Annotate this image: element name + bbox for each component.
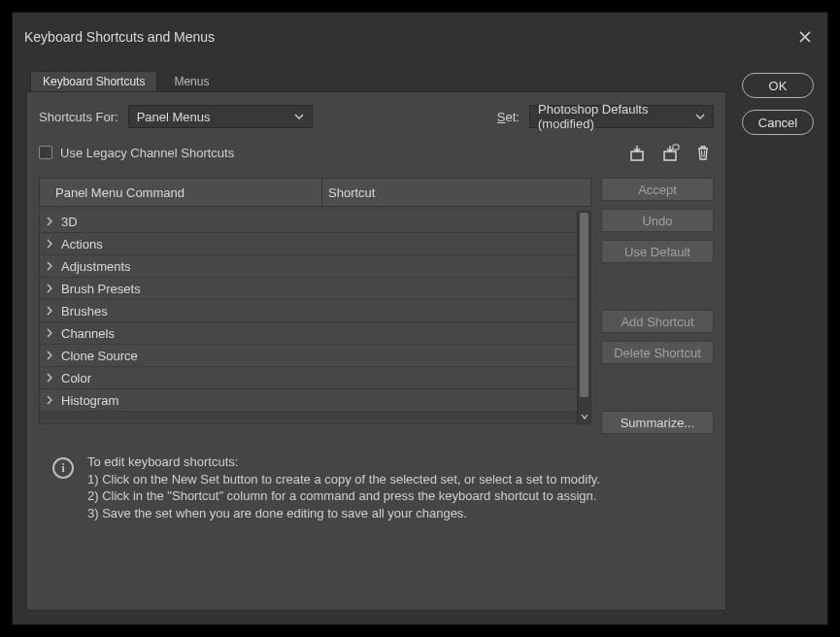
undo-button[interactable]: Undo <box>601 209 714 232</box>
expand-icon[interactable] <box>46 372 53 384</box>
chevron-down-icon <box>294 112 304 121</box>
table-header: Panel Menu Command Shortcut <box>39 178 591 207</box>
row-label: 3D <box>59 215 78 229</box>
table-rows: 3DActionsAdjustmentsBrush PresetsBrushes… <box>40 211 577 423</box>
table-row[interactable]: Channels <box>40 322 577 345</box>
main-panel: Shortcuts For: Panel Menus Set: Photosho… <box>26 91 726 611</box>
table-row[interactable]: Clone Source <box>40 345 577 367</box>
row-label: Clone Source <box>59 349 138 363</box>
dialog-window: Keyboard Shortcuts and Menus Keyboard Sh… <box>12 12 828 625</box>
expand-icon[interactable] <box>46 216 53 227</box>
help-text: i To edit keyboard shortcuts: 1) Click o… <box>39 448 714 527</box>
shortcuts-for-label: Shortcuts For: <box>39 110 118 124</box>
panel-content: Shortcuts For: Panel Menus Set: Photosho… <box>27 92 725 610</box>
table-body: 3DActionsAdjustmentsBrush PresetsBrushes… <box>39 211 591 424</box>
action-column: Accept Undo Use Default Add Shortcut Del… <box>601 178 714 434</box>
chevron-down-icon <box>695 112 705 121</box>
summarize-button[interactable]: Summarize... <box>601 411 714 434</box>
save-set-icon[interactable] <box>626 143 648 162</box>
set-dropdown[interactable]: Photoshop Defaults (modified) <box>529 105 714 128</box>
shortcuts-for-value: Panel Menus <box>137 110 211 124</box>
expand-icon[interactable] <box>46 394 53 406</box>
header-shortcut: Shortcut <box>321 179 590 206</box>
table-row[interactable]: Adjustments <box>40 255 577 278</box>
dialog-title: Keyboard Shortcuts and Menus <box>24 29 215 45</box>
titlebar: Keyboard Shortcuts and Menus <box>13 13 827 61</box>
trash-icon[interactable] <box>692 143 714 162</box>
info-icon: i <box>52 457 74 479</box>
table-row[interactable]: Color <box>40 367 577 389</box>
shortcuts-for-dropdown[interactable]: Panel Menus <box>128 105 313 128</box>
add-shortcut-button[interactable]: Add Shortcut <box>601 310 714 333</box>
row-label: Actions <box>59 237 103 251</box>
table-row[interactable]: Histogram <box>40 389 577 412</box>
expand-icon[interactable] <box>46 327 53 339</box>
row-label: Histogram <box>59 393 118 408</box>
row-label: Color <box>59 371 91 386</box>
help-line-1: 1) Click on the New Set button to create… <box>87 471 600 488</box>
row-label: Brush Presets <box>59 282 141 296</box>
new-set-icon[interactable] <box>659 143 681 162</box>
scrollbar-thumb[interactable] <box>580 213 588 397</box>
set-value: Photoshop Defaults (modified) <box>538 102 695 131</box>
expand-icon[interactable] <box>46 305 53 317</box>
svg-rect-0 <box>673 145 679 150</box>
close-icon[interactable] <box>794 26 816 48</box>
expand-icon[interactable] <box>46 283 53 294</box>
cancel-button[interactable]: Cancel <box>742 110 814 135</box>
table-wrap: Panel Menu Command Shortcut 3DActionsAdj… <box>39 178 714 434</box>
tab-keyboard-shortcuts[interactable]: Keyboard Shortcuts <box>30 71 157 91</box>
help-line-2: 2) Click in the "Shortcut" column for a … <box>87 487 600 505</box>
table-row[interactable]: Brush Presets <box>40 278 577 300</box>
header-command: Panel Menu Command <box>40 185 321 200</box>
legacy-checkbox[interactable] <box>39 146 52 159</box>
dialog-side-buttons: OK Cancel <box>742 71 814 611</box>
scrollbar[interactable] <box>577 211 590 423</box>
shortcut-table: Panel Menu Command Shortcut 3DActionsAdj… <box>39 178 591 434</box>
use-default-button[interactable]: Use Default <box>601 240 714 263</box>
dialog-body: Keyboard Shortcuts Menus Shortcuts For: … <box>13 61 827 624</box>
help-heading: To edit keyboard shortcuts: <box>87 453 600 471</box>
ok-button[interactable]: OK <box>742 73 814 98</box>
set-label: Set: <box>497 110 520 124</box>
legacy-label: Use Legacy Channel Shortcuts <box>60 146 234 160</box>
row-label: Adjustments <box>59 259 131 274</box>
scroll-down-icon[interactable] <box>578 410 590 423</box>
tab-menus[interactable]: Menus <box>161 71 221 91</box>
table-row[interactable]: Actions <box>40 233 577 255</box>
row-legacy: Use Legacy Channel Shortcuts <box>39 141 714 164</box>
help-line-3: 3) Save the set when you are done editin… <box>87 505 600 522</box>
expand-icon[interactable] <box>46 238 53 250</box>
delete-shortcut-button[interactable]: Delete Shortcut <box>601 341 714 364</box>
expand-icon[interactable] <box>46 350 53 361</box>
row-shortcuts-for: Shortcuts For: Panel Menus Set: Photosho… <box>39 102 714 131</box>
row-label: Channels <box>59 326 115 341</box>
table-row[interactable]: 3D <box>40 211 577 233</box>
row-label: Brushes <box>59 304 108 318</box>
table-row[interactable]: Brushes <box>40 300 577 322</box>
tabs: Keyboard Shortcuts Menus <box>30 70 726 91</box>
expand-icon[interactable] <box>46 260 53 272</box>
set-action-icons <box>626 143 714 162</box>
accept-button[interactable]: Accept <box>601 178 714 201</box>
